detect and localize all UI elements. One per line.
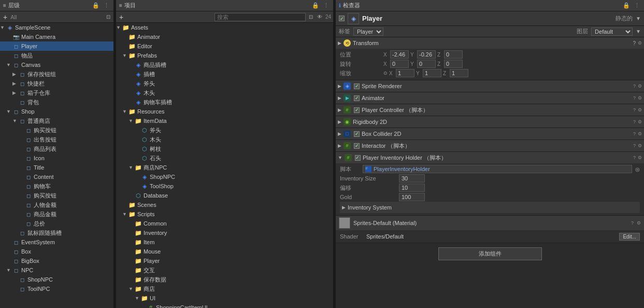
rot-x-value[interactable]: 0 (390, 60, 409, 68)
animator-settings-icon[interactable]: ⚙ (638, 95, 642, 101)
offset-value[interactable]: 10 (399, 184, 425, 192)
project-item-axe-prefab[interactable]: ◈ 斧头 (116, 79, 333, 88)
project-grid-icon[interactable]: ⊡ (308, 13, 314, 20)
hierarchy-item-buy-btn2[interactable]: ◻ 购买按钮 (0, 191, 113, 200)
collider-enabled-checkbox[interactable] (354, 131, 360, 137)
project-item-shopnpc-folder[interactable]: ▼ 📁 商店NPC (116, 163, 333, 172)
inventory-system-header[interactable]: ▶ Inventory System (340, 202, 640, 213)
scale-y-value[interactable]: 1 (423, 69, 441, 77)
player-inventory-holder-header[interactable]: ▼ # Player Inventory Holder （脚本） ? ⚙ (336, 152, 644, 163)
transform-settings-icon[interactable]: ⚙ (638, 40, 642, 46)
project-item-inventory-scripts[interactable]: 📁 Inventory (116, 228, 333, 237)
inv-holder-settings-icon[interactable]: ⚙ (638, 155, 642, 160)
project-item-stone-res[interactable]: ⬡ 石头 (116, 153, 333, 163)
collider-settings-icon[interactable]: ⚙ (638, 131, 642, 136)
sprite-enabled-checkbox[interactable] (354, 83, 360, 89)
hierarchy-item-samplescene[interactable]: ▼ ◈ SampleScene (0, 23, 113, 32)
project-item-slot-prefab[interactable]: ◈ 插槽 (116, 69, 333, 79)
project-item-shop-scripts[interactable]: ▼ 📁 商店 (116, 284, 333, 293)
inv-holder-enabled-checkbox[interactable] (355, 155, 361, 161)
project-item-scripts[interactable]: ▼ 📁 Scripts (116, 209, 333, 219)
hierarchy-add-button[interactable]: + (2, 12, 8, 22)
hierarchy-item-box[interactable]: ◻ Box (0, 247, 113, 256)
inspector-menu-icon[interactable]: ⋮ (633, 2, 641, 9)
project-item-cart-prefab[interactable]: ◈ 购物车插槽 (116, 97, 333, 107)
scale-z-value[interactable]: 1 (450, 69, 468, 77)
hierarchy-item-total[interactable]: ◻ 总价 (0, 219, 113, 228)
project-eye-icon[interactable]: 👁 (316, 13, 323, 20)
inspector-object-name[interactable]: Player (362, 15, 612, 22)
hierarchy-item-chest[interactable]: ▶ ◻ 箱子仓库 (0, 88, 113, 97)
hierarchy-item-maincamera[interactable]: 📷 Main Camera (0, 32, 113, 41)
hierarchy-item-player[interactable]: ◻ Player (0, 41, 113, 51)
hierarchy-item-icon[interactable]: ◻ Icon (0, 153, 113, 163)
pos-y-value[interactable]: -0.26 (417, 50, 436, 59)
project-item-save-scripts[interactable]: 📁 保存数据 (116, 275, 333, 284)
hierarchy-expand-icon[interactable]: ⊡ (105, 13, 111, 20)
rigidbody-settings-icon[interactable]: ⚙ (638, 119, 642, 124)
interactor-enabled-checkbox[interactable] (354, 143, 360, 149)
project-item-branch-res[interactable]: ⬡ 树枝 (116, 144, 333, 153)
rot-y-value[interactable]: 0 (417, 60, 436, 68)
hierarchy-lock-icon[interactable]: 🔒 (91, 2, 101, 9)
layer-select[interactable]: Default (591, 27, 633, 36)
hierarchy-item-buy-btn[interactable]: ◻ 购买按钮 (0, 125, 113, 135)
rot-z-value[interactable]: 0 (444, 60, 463, 68)
hierarchy-item-shop[interactable]: ▼ ◻ Shop (0, 107, 113, 116)
project-add-button[interactable]: + (118, 12, 124, 22)
project-item-itemdata[interactable]: ▼ 📁 ItemData (116, 116, 333, 125)
hierarchy-item-content[interactable]: ◻ Content (0, 172, 113, 181)
sprite-settings-icon[interactable]: ⚙ (638, 83, 642, 89)
project-item-shopnpc-res[interactable]: ◈ ShopNPC (116, 172, 333, 181)
box-collider2d-header[interactable]: ▶ □ Box Collider 2D ? ⚙ (336, 128, 644, 139)
project-item-wood-prefab[interactable]: ◈ 木头 (116, 88, 333, 97)
project-search-input[interactable] (214, 13, 306, 21)
project-item-prefabs[interactable]: ▼ 📁 Prefabs (116, 51, 333, 60)
animator-enabled-checkbox[interactable] (354, 95, 360, 101)
hierarchy-item-bigbox[interactable]: ◻ BigBox (0, 256, 113, 265)
project-item-common[interactable]: 📁 Common (116, 219, 333, 228)
hierarchy-item-gold-amount[interactable]: ◻ 人物金额 (0, 200, 113, 209)
hierarchy-item-shop-gold[interactable]: ◻ 商品金额 (0, 209, 113, 219)
project-item-resources[interactable]: ▼ 📁 Resources (116, 107, 333, 116)
hierarchy-item-canvas[interactable]: ▼ ◻ Canvas (0, 60, 113, 69)
hierarchy-item-shopnpc[interactable]: ◻ ShopNPC (0, 275, 113, 284)
interactor-settings-icon[interactable]: ⚙ (638, 143, 642, 148)
project-item-axe-res[interactable]: ⬡ 斧头 (116, 125, 333, 135)
add-component-button[interactable]: 添加组件 (438, 247, 542, 260)
project-item-mouse-scripts[interactable]: 📁 Mouse (116, 247, 333, 256)
hierarchy-item-shortcuts[interactable]: ▶ ◻ 快捷栏 (0, 79, 113, 88)
inspector-lock-icon[interactable]: 🔒 (622, 2, 631, 9)
transform-header[interactable]: ▶ ⟲ Transform ? ⚙ (336, 37, 644, 49)
inventory-size-value[interactable]: 30 (399, 174, 425, 183)
hierarchy-item-eventsystem[interactable]: ◻ EventSystem (0, 237, 113, 247)
player-ctrl-enabled-checkbox[interactable] (354, 107, 360, 113)
tag-select[interactable]: Player (353, 27, 383, 36)
player-ctrl-settings-icon[interactable]: ⚙ (638, 107, 642, 113)
hierarchy-item-toolnpc[interactable]: ◻ ToolNPC (0, 284, 113, 293)
pos-x-value[interactable]: -2.46 (390, 50, 409, 59)
project-item-player-scripts[interactable]: 📁 Player (116, 256, 333, 265)
rigidbody2d-header[interactable]: ▶ ◉ Rigidbody 2D ? ⚙ (336, 116, 644, 128)
project-menu-icon[interactable]: ⋮ (322, 2, 330, 9)
static-dropdown-icon[interactable]: ▼ (636, 16, 641, 21)
project-item-database[interactable]: ⬡ Database (116, 191, 333, 200)
project-item-ui-scripts[interactable]: ▼ 📁 UI (116, 293, 333, 303)
project-item-wood-res[interactable]: ⬡ 木头 (116, 135, 333, 144)
gold-value[interactable]: 100 (399, 193, 425, 201)
pos-z-value[interactable]: 0 (444, 50, 463, 59)
script-ref-value[interactable]: # PlayerInventoryHolder (363, 165, 632, 173)
hierarchy-item-wuppin[interactable]: ◻ 物品 (0, 51, 113, 60)
player-controller-header[interactable]: ▶ # Player Controller （脚本） ? ⚙ (336, 104, 644, 116)
project-item-shop-slot-prefab[interactable]: ◈ 商品插槽 (116, 60, 333, 69)
hierarchy-menu-icon[interactable]: ⋮ (103, 2, 110, 9)
animator-header[interactable]: ▶ ▶ Animator ? ⚙ (336, 92, 644, 104)
project-lock-icon[interactable]: 🔒 (311, 2, 320, 9)
material-settings-icon[interactable]: ⚙ (637, 220, 641, 226)
hierarchy-item-item-list[interactable]: ◻ 商品列表 (0, 144, 113, 153)
hierarchy-item-sell-btn[interactable]: ◻ 出售按钮 (0, 135, 113, 144)
sprite-renderer-header[interactable]: ▶ ◈ Sprite Renderer ? ⚙ (336, 80, 644, 92)
project-item-toolshop-res[interactable]: ◈ ToolShop (116, 181, 333, 191)
project-item-editor[interactable]: 📁 Editor (116, 41, 333, 51)
project-item-assets[interactable]: ▼ 📁 Assets (116, 23, 333, 32)
